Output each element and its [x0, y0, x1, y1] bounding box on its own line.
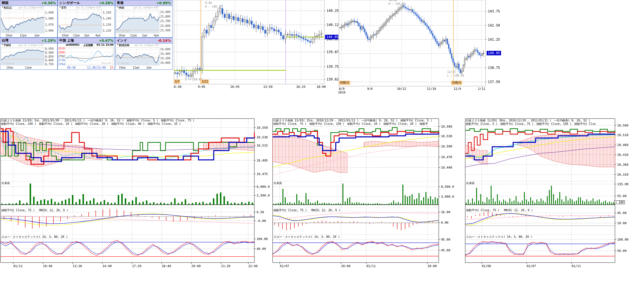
svg-text:8,750: 8,750 [45, 63, 54, 66]
svg-text:100.00: 100.00 [617, 238, 628, 241]
quote-timestamp: Jan 11, 1:25pm CST [19, 44, 44, 47]
last-price-box: 140.05 [325, 35, 339, 39]
sina-chart-header: sh000001 上证指数 01-11 15:00 [66, 43, 114, 47]
svg-text:8,950: 8,950 [45, 47, 54, 50]
svg-text:10,475: 10,475 [257, 172, 268, 176]
svg-text:55.00: 55.00 [617, 194, 627, 198]
svg-text:100.00: 100.00 [257, 237, 268, 241]
svg-text:17:20: 17:20 [132, 264, 141, 268]
quote-timestamp: Jan 11, 4:00pm HKT [134, 6, 159, 9]
svg-text:-6.00: -6.00 [257, 219, 266, 223]
candlestick-plot: 143.75142.50141.25138.75137.508/99/610/1… [338, 0, 504, 97]
market-card-hongkong[interactable]: 香港 +0.99% 23,90023,80023,70023,60023,500… [115, 0, 173, 38]
macd-pane-label: 移動平均( Close, 75 ) MACD( 12, 26, 9 ) [466, 208, 533, 212]
contract-month-box: 09限月 [339, 81, 350, 85]
svg-text:50.00: 50.00 [617, 249, 627, 253]
quote-timestamp: Jan 11, 2:58pm KST [19, 6, 44, 9]
svg-text:2pm: 2pm [34, 34, 39, 37]
high-annotation: 10/06H : 144.31 [389, 0, 405, 6]
svg-text:2pm: 2pm [142, 34, 147, 37]
svg-text:2820: 2820 [58, 47, 65, 50]
svg-text:10am: 10am [118, 34, 125, 37]
quote-timestamp: Jan 11, 3:30pm IST [135, 44, 159, 47]
volume-pane-label: 出来高 [274, 181, 282, 185]
quote-timestamp: Jan 11, 4:59pm SGT [76, 6, 101, 9]
svg-text:3,240: 3,240 [103, 17, 111, 20]
tech-chart-30min: 日経２２５先物 11/03( 30分, 2010/12/29 - 2011/01… [465, 118, 632, 272]
svg-text:141.25: 141.25 [488, 38, 500, 42]
svg-text:2,070: 2,070 [45, 23, 54, 26]
market-name: 香港 [117, 1, 123, 5]
stochastics-pane-label: スロー・ストキャスティクス( 14, 3, 80, 20 ) [466, 235, 532, 239]
svg-text:4pm: 4pm [154, 34, 159, 37]
chart-title-row2: 移動平均( Close, 75 ) 移動平均( Close, 150 ) 移動平… [273, 122, 436, 126]
market-card-taiwan[interactable]: 台湾 +1.29% 8,9508,9008,8508,8008,75010am1… [0, 38, 58, 70]
svg-text:16:25: 16:25 [296, 85, 305, 89]
market-card-header: 韓国 +0.36% [0, 0, 57, 6]
svg-text:10.00: 10.00 [617, 221, 627, 225]
svg-text:10,470: 10,470 [441, 155, 452, 159]
svg-text:137.50: 137.50 [488, 80, 500, 84]
technical-plot: 01/0601/0701/1110,56010,51010,46010,4101… [465, 118, 632, 272]
yahoo-watermark: © Yahoo! [2, 62, 15, 65]
svg-text:10,440: 10,440 [441, 166, 452, 169]
ticker-symbol: ^STI [59, 6, 66, 9]
svg-text:20:00: 20:00 [341, 264, 350, 268]
market-name: 台湾 [2, 38, 8, 43]
market-card-shanghai[interactable]: 中国 上海 +0.47% 2820280627922778276409:3011… [58, 38, 115, 70]
market-card-header: 中国 上海 +0.47% [58, 38, 115, 43]
svg-text:6,000.0: 6,000.0 [257, 185, 270, 189]
market-name: 中国 上海 [59, 38, 74, 43]
svg-text:140.12: 140.12 [327, 23, 339, 27]
market-card-header: 台湾 +1.29% [0, 38, 57, 43]
svg-text:19,400: 19,400 [160, 52, 170, 55]
intraday-candle-chart: 140.25140.12140.00139.87139.75139.6216:3… [173, 0, 339, 96]
svg-text:01/11: 01/11 [13, 264, 23, 268]
macd-pane-label: 移動平均( Close, 75 ) MACD( 12, 26, 9 ) [1, 208, 68, 212]
svg-text:139.62: 139.62 [327, 77, 339, 81]
svg-text:14:40: 14:40 [102, 264, 112, 268]
svg-text:19,000: 19,000 [160, 61, 170, 64]
svg-text:11/10: 11/10 [427, 87, 436, 91]
mini-chart-area: 3,2503,2403,2303,22010am12pm2pm4pm ^STI … [58, 6, 115, 37]
svg-text:01/06: 01/06 [482, 264, 491, 268]
market-change-badge: +0.47% [99, 39, 113, 43]
svg-text:01/11: 01/11 [572, 264, 581, 268]
svg-text:8,900: 8,900 [45, 51, 54, 54]
svg-text:2pm: 2pm [146, 66, 151, 69]
tech-chart-15min: 日経２２５先物 11/03( 15分, 2010/12/29 - 2011/01… [272, 118, 456, 272]
svg-text:23,900: 23,900 [160, 10, 170, 14]
market-card-india[interactable]: インド -0.14% 19,60019,40019,20019,00010am1… [115, 38, 173, 70]
macd-pane-label: 移動平均( Close, 75 ) MACD( 12, 26, 9 ) [274, 208, 340, 212]
ticker-symbol: ^HSI [116, 6, 124, 9]
svg-text:12pm: 12pm [20, 34, 27, 37]
svg-text:10,515: 10,515 [257, 144, 268, 147]
tech-chart-5min: 日経２２５先物 11/03( 5分, 2011/01/05 - 2011/01/… [0, 118, 272, 272]
last-price-box: 140.05 [487, 51, 501, 55]
sina-watermark: sina.com [101, 62, 111, 64]
candlestick-plot: 140.25140.12140.00139.87139.75139.6216:3… [173, 0, 339, 96]
svg-text:19,200: 19,200 [160, 57, 170, 60]
svg-text:3,250: 3,250 [103, 11, 111, 14]
ticker-symbol: ^KS11 [1, 6, 12, 9]
svg-text:142.50: 142.50 [488, 23, 500, 27]
svg-text:138.75: 138.75 [488, 66, 500, 70]
svg-text:2792: 2792 [58, 55, 65, 58]
svg-text:8,850: 8,850 [45, 55, 54, 58]
market-card-singapore[interactable]: シンガポール +0.38% 3,2503,2403,2303,22010am12… [58, 0, 115, 38]
contract-month-box: 03限月 [451, 81, 462, 85]
svg-text:2764: 2764 [58, 63, 65, 66]
volume-pane-label: 出来高 [466, 181, 475, 185]
volume-multiplier-box: × 100 [614, 200, 625, 204]
market-name: シンガポール [59, 1, 80, 5]
svg-text:10,410: 10,410 [617, 153, 628, 157]
technical-plot: 01/1110:4013:2014:4017:2018:4020:0021:20… [0, 118, 272, 272]
market-card-korea[interactable]: 韓国 +0.36% 2,0902,0802,0702,06010am12pm2p… [0, 0, 58, 38]
market-change-badge: +1.29% [41, 39, 56, 43]
svg-text:10,530: 10,530 [441, 134, 452, 138]
svg-text:11:30/13:00: 11:30/13:00 [87, 66, 106, 69]
high-annotation: 9:40H : 140.27 [205, 1, 222, 8]
svg-text:45.00: 45.00 [441, 248, 450, 252]
market-card-header: 香港 +0.99% [115, 0, 172, 6]
svg-text:2806: 2806 [58, 51, 65, 54]
